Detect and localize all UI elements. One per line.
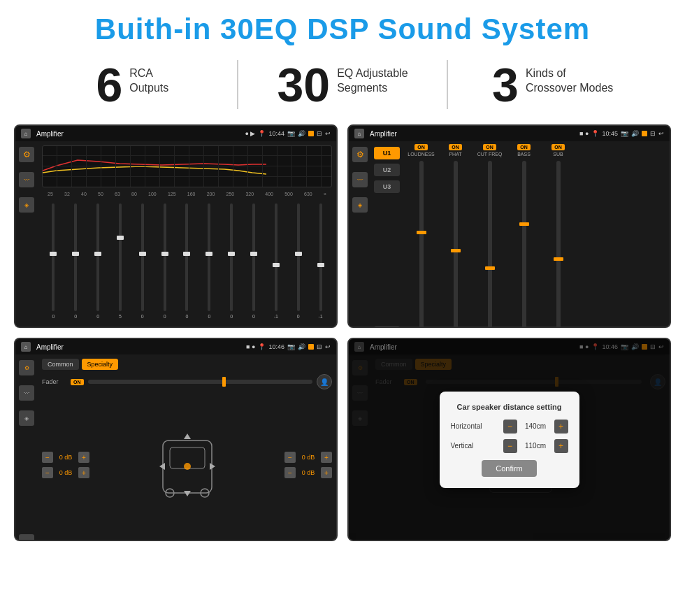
dialog-vertical-minus[interactable]: − (503, 439, 517, 453)
stat-label-rca: RCAOutputs (129, 61, 168, 96)
stat-eq: 30 EQ AdjustableSegments (252, 61, 433, 108)
dialog-confirm-button[interactable]: Confirm (482, 460, 537, 477)
status-icons-2: 📍 10:45 📷 🔊 ⊟ ↩ (591, 130, 664, 137)
dialog-horizontal-minus[interactable]: − (503, 420, 517, 434)
screen-icon-3 (308, 344, 314, 350)
app-name-1: Amplifier (36, 130, 64, 138)
right-db-plus-1[interactable]: + (321, 452, 332, 463)
status-dot-1: ● ▶ (245, 130, 256, 137)
dialog-vertical-ctrl: − 110cm + (503, 439, 568, 453)
eq-slider-10[interactable]: 0 (244, 203, 264, 319)
fader-rearleft-btn[interactable]: RearLeft (111, 540, 144, 541)
eq-bottom-bar: ◄ Custom ► RESET U1 U2 U3 (15, 326, 336, 328)
amp-loudness-label: LOUDNESS (408, 152, 435, 157)
eq-graph-grid (43, 146, 331, 187)
right-db-control-2: − 0 dB + (284, 467, 332, 478)
amp-u2-btn[interactable]: U2 (374, 164, 400, 176)
fader-bottom-btns: Driver ◄ RearLeft All ▼ User RearRight C… (42, 540, 332, 541)
screens-grid: ⌂ Amplifier ● ▶ 📍 10:44 📷 🔊 ⊟ ↩ ⚙ 〰 ◈ (0, 119, 685, 552)
eq-slider-6[interactable]: 0 (154, 203, 175, 319)
eq-sidebar-icon-2[interactable]: 〰 (19, 172, 34, 187)
svg-marker-6 (184, 491, 191, 496)
left-db-minus-1[interactable]: − (42, 452, 53, 463)
right-db-minus-2[interactable]: − (284, 467, 296, 478)
dialog-horizontal-value: 140cm (520, 422, 551, 430)
amp-bass-slider[interactable] (522, 161, 526, 328)
car-diagram (156, 427, 219, 503)
eq-slider-9[interactable]: 0 (222, 203, 242, 319)
amp-cutfreq-on[interactable]: ON (483, 144, 496, 150)
eq-slider-2[interactable]: 0 (66, 203, 86, 319)
left-db-plus-1[interactable]: + (78, 452, 89, 463)
amp-phat-slider[interactable] (454, 161, 458, 328)
fader-arrow-left-btn[interactable]: ◄ (81, 540, 98, 541)
amp-sidebar-icon-1[interactable]: ⚙ (352, 147, 368, 162)
amp-cutfreq-slider[interactable] (488, 161, 492, 328)
fader-user-btn[interactable]: User (217, 540, 240, 541)
fader-content: Common Specialty Fader ON 👤 (38, 354, 336, 541)
amp-u1-btn[interactable]: U1 (374, 147, 400, 159)
dialog-vertical-plus[interactable]: + (554, 439, 568, 453)
amp-phat-label: PHAT (449, 152, 461, 157)
left-db-minus-2[interactable]: − (42, 467, 53, 478)
fader-sidebar-icon-1[interactable]: ⚙ (19, 360, 34, 375)
eq-slider-4[interactable]: 5 (110, 203, 131, 319)
eq-slider-8[interactable]: 0 (199, 203, 219, 319)
right-db-plus-2[interactable]: + (321, 467, 332, 478)
fader-on-badge[interactable]: ON (71, 379, 84, 385)
amp-cutfreq-group: ON CUT FREQ (474, 144, 505, 328)
fader-all-btn[interactable]: All (157, 540, 175, 541)
eq-sidebar-icon-3[interactable]: ◈ (19, 197, 34, 213)
eq-slider-5[interactable]: 0 (132, 203, 152, 319)
right-db-value-2: 0 dB (298, 469, 318, 476)
amp-loudness-slider[interactable] (419, 161, 424, 328)
fader-tab-common[interactable]: Common (42, 359, 79, 370)
app-name-3: Amplifier (36, 343, 64, 351)
fader-main: ⚙ 〰 ◈ ⤢ Common Specialty Fader ON (15, 354, 336, 541)
stat-number-crossover: 3 (492, 61, 519, 108)
amp-bass-on[interactable]: ON (517, 144, 531, 150)
eq-slider-11[interactable]: -1 (266, 203, 286, 319)
eq-sidebar-icon-1[interactable]: ⚙ (19, 147, 34, 162)
right-db-minus-1[interactable]: − (284, 452, 296, 463)
home-icon-3[interactable]: ⌂ (21, 342, 31, 352)
amp-sidebar-icon-3[interactable]: ◈ (352, 197, 368, 213)
amp-phat-on[interactable]: ON (449, 144, 462, 150)
amp-sub-slider[interactable] (556, 161, 561, 328)
amp-reset-btn[interactable]: RESET (374, 326, 400, 328)
fader-rearright-btn[interactable]: RearRight (254, 540, 290, 541)
eq-slider-3[interactable]: 0 (88, 203, 108, 319)
fader-copilot-btn[interactable]: Copilot (303, 540, 332, 541)
back-icon-2: ↩ (658, 130, 664, 137)
svg-marker-7 (159, 463, 165, 470)
amp-sidebar-icon-2[interactable]: 〰 (352, 172, 368, 187)
status-dot-3: ■ ● (246, 343, 255, 350)
amp-cutfreq-label: CUT FREQ (477, 152, 503, 157)
fader-sidebar-icon-4[interactable]: ⤢ (19, 534, 34, 541)
home-icon-2[interactable]: ⌂ (354, 129, 364, 138)
left-db-plus-2[interactable]: + (78, 467, 89, 478)
stat-crossover: 3 Kinds ofCrossover Modes (462, 61, 643, 108)
fader-arrow-down-btn[interactable]: ▼ (187, 540, 204, 541)
eq-slider-12[interactable]: 0 (288, 203, 308, 319)
fader-tab-specialty[interactable]: Specialty (82, 359, 119, 370)
amp-sub-on[interactable]: ON (551, 144, 565, 150)
cam-icon-2: 📷 (621, 130, 628, 137)
amp-loudness-on[interactable]: ON (414, 144, 428, 150)
time-1: 10:44 (268, 130, 284, 137)
fader-slider[interactable] (88, 380, 313, 384)
fader-screen: ⚙ 〰 ◈ ⤢ Common Specialty Fader ON (15, 354, 336, 541)
stat-rca: 6 RCAOutputs (42, 61, 223, 108)
fader-driver-btn[interactable]: Driver (42, 540, 68, 541)
fader-sidebar-icon-2[interactable]: 〰 (19, 385, 34, 401)
fader-sidebar-icon-3[interactable]: ◈ (19, 410, 34, 426)
eq-slider-1[interactable]: 0 (43, 203, 64, 319)
dialog-horizontal-plus[interactable]: + (554, 420, 568, 434)
svg-marker-5 (184, 434, 191, 439)
eq-slider-13[interactable]: -1 (310, 203, 331, 319)
status-bar-2: ⌂ Amplifier ■ ● 📍 10:45 📷 🔊 ⊟ ↩ (349, 126, 670, 141)
dialog-vertical-label: Vertical (451, 442, 493, 450)
eq-slider-7[interactable]: 0 (177, 203, 197, 319)
amp-u3-btn[interactable]: U3 (374, 180, 400, 193)
home-icon-1[interactable]: ⌂ (21, 129, 31, 138)
